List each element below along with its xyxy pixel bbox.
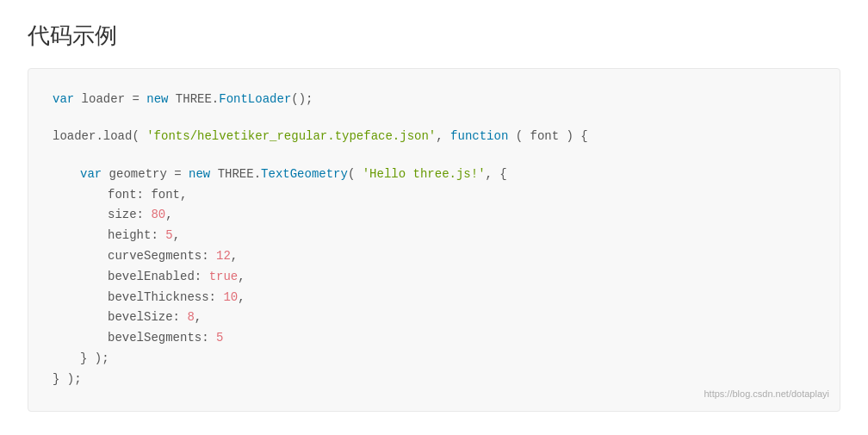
num-bevelsegments: 5 <box>216 331 223 345</box>
num-height: 5 <box>165 228 172 242</box>
code-line-12: } ); <box>53 349 815 370</box>
keyword-var: var <box>53 92 74 106</box>
bool-bevelenabled: true <box>209 270 239 283</box>
code-line-11: bevelSegments: 5 <box>53 328 815 349</box>
keyword-function: function <box>450 129 508 143</box>
code-line-7: curveSegments: 12, <box>53 246 815 267</box>
string-hello: 'Hello three.js!' <box>363 167 486 181</box>
code-line-4: font: font, <box>53 185 815 206</box>
code-line-3: var geometry = new THREE.TextGeometry( '… <box>53 165 815 185</box>
class-fontloader: FontLoader <box>219 92 291 106</box>
code-line-1: var loader = new THREE.FontLoader(); <box>53 90 815 110</box>
num-size: 80 <box>151 208 165 221</box>
code-line-10: bevelSize: 8, <box>53 308 815 328</box>
code-line-6: height: 5, <box>53 226 815 246</box>
keyword-var2: var <box>80 167 102 181</box>
keyword-new: new <box>146 92 168 106</box>
code-line-9: bevelThickness: 10, <box>53 288 815 308</box>
string-font-path: 'fonts/helvetiker_regular.typeface.json' <box>146 129 436 143</box>
blank-line-2 <box>53 147 815 165</box>
code-line-13: } ); <box>53 370 815 390</box>
code-line-2: loader.load( 'fonts/helvetiker_regular.t… <box>53 127 815 147</box>
num-bevelthickness: 10 <box>223 290 238 304</box>
code-line-5: size: 80, <box>53 205 815 226</box>
num-curvesegments: 12 <box>216 249 231 263</box>
class-textgeometry: TextGeometry <box>261 167 348 181</box>
page-title: 代码示例 <box>28 21 840 51</box>
watermark: https://blog.csdn.net/dotaplayi <box>704 386 829 402</box>
code-block: var loader = new THREE.FontLoader(); loa… <box>28 68 840 412</box>
code-line-8: bevelEnabled: true, <box>53 267 815 288</box>
keyword-new2: new <box>189 167 210 181</box>
blank-line-1 <box>53 110 815 127</box>
num-bevelsize: 8 <box>187 310 194 324</box>
